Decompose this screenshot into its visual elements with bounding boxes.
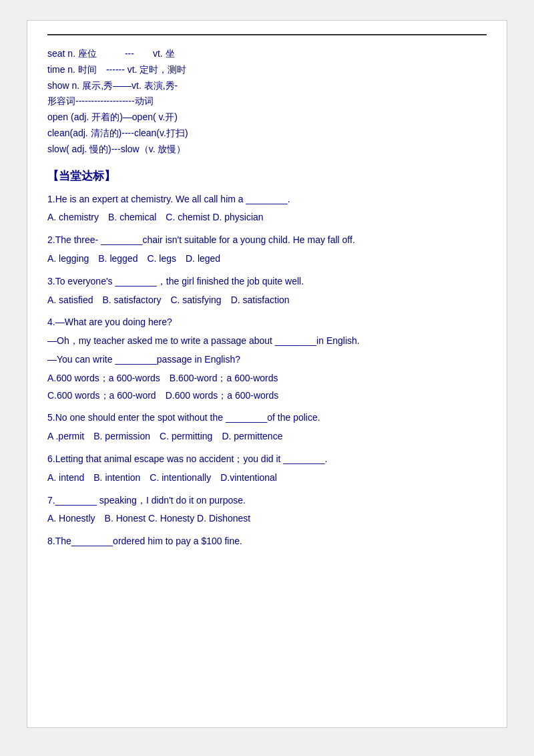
question-2: 2.The three- ________chair isn't suitabl… xyxy=(47,232,487,267)
question-1: 1.He is an expert at chemistry. We all c… xyxy=(47,192,487,226)
question-3: 3.To everyone's ________，the girl finish… xyxy=(47,274,487,309)
question-5-options: A .permit B. permission C. permitting D.… xyxy=(47,429,487,445)
question-4: 4.—What are you doing here? —Oh，my teach… xyxy=(47,315,487,403)
question-4a-text: 4.—What are you doing here? xyxy=(47,315,487,331)
question-4b-text: —Oh，my teacher asked me to write a passa… xyxy=(47,333,487,349)
question-1-text: 1.He is an expert at chemistry. We all c… xyxy=(47,192,487,208)
top-divider xyxy=(47,34,487,35)
question-7-options: A. Honestly B. Honest C. Honesty D. Dish… xyxy=(47,511,487,527)
section-title: 【当堂达标】 xyxy=(47,168,487,184)
page: seat n. 座位 --- vt. 坐 time n. 时间 ------ v… xyxy=(27,20,507,728)
question-4d-text: A.600 words；a 600-words B.600-word；a 600… xyxy=(47,371,487,387)
vocab-section: seat n. 座位 --- vt. 坐 time n. 时间 ------ v… xyxy=(47,46,487,158)
vocab-line-6: clean(adj. 清洁的)----clean(v.打扫) xyxy=(47,126,487,142)
vocab-line-5: open (adj. 开着的)—open( v.开) xyxy=(47,110,487,126)
question-2-options: A. legging B. legged C. legs D. leged xyxy=(47,251,487,267)
question-8-text: 8.The________ordered him to pay a $100 f… xyxy=(47,534,487,550)
question-7: 7.________ speaking，I didn't do it on pu… xyxy=(47,493,487,528)
question-2-text: 2.The three- ________chair isn't suitabl… xyxy=(47,232,487,248)
vocab-line-1: seat n. 座位 --- vt. 坐 xyxy=(47,46,487,62)
question-7-text: 7.________ speaking，I didn't do it on pu… xyxy=(47,493,487,509)
question-1-options: A. chemistry B. chemical C. chemist D. p… xyxy=(47,210,487,226)
question-4e-text: C.600 words；a 600-word D.600 words；a 600… xyxy=(47,388,487,404)
vocab-line-2: time n. 时间 ------ vt. 定时，测时 xyxy=(47,62,487,78)
question-4c-text: —You can write ________passage in Englis… xyxy=(47,352,487,368)
question-6-options: A. intend B. intention C. intentionally … xyxy=(47,470,487,486)
vocab-line-4: 形容词-------------------动词 xyxy=(47,93,487,110)
question-5: 5.No one should enter the spot without t… xyxy=(47,410,487,445)
question-6: 6.Letting that animal escape was no acci… xyxy=(47,451,487,486)
question-3-text: 3.To everyone's ________，the girl finish… xyxy=(47,274,487,290)
vocab-line-3: show n. 展示,秀——vt. 表演,秀- xyxy=(47,78,487,94)
question-6-text: 6.Letting that animal escape was no acci… xyxy=(47,451,487,467)
question-5-text: 5.No one should enter the spot without t… xyxy=(47,410,487,426)
question-8: 8.The________ordered him to pay a $100 f… xyxy=(47,534,487,550)
question-3-options: A. satisfied B. satisfactory C. satisfyi… xyxy=(47,293,487,309)
vocab-line-7: slow( adj. 慢的)---slow（v. 放慢） xyxy=(47,142,487,158)
